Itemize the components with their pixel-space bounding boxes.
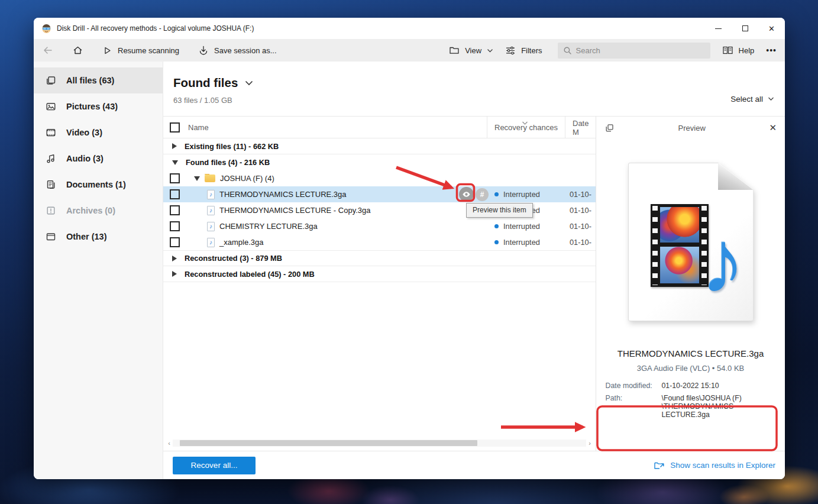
- sidebar-item-label: Documents (1): [66, 180, 126, 189]
- folder-icon: [205, 175, 215, 182]
- help-button[interactable]: Help: [722, 46, 755, 55]
- sort-indicator-icon: [522, 118, 528, 127]
- expand-arrow-icon[interactable]: [172, 256, 177, 261]
- show-in-explorer-link[interactable]: Show scan results in Explorer: [654, 461, 775, 470]
- scrollbar-track[interactable]: [173, 440, 586, 447]
- sidebar-item-documents[interactable]: Documents (1): [34, 172, 163, 198]
- status-label: Interrupted: [503, 222, 540, 231]
- audio-icon: [46, 153, 56, 164]
- preview-details: Date modified: 01-10-2022 15:10 Path: \F…: [606, 382, 776, 419]
- sidebar-item-video[interactable]: Video (3): [34, 119, 163, 146]
- save-session-button[interactable]: Save session as...: [198, 45, 277, 56]
- footer-bar: Recover all... Show scan results in Expl…: [163, 451, 785, 479]
- documents-icon: [46, 179, 56, 190]
- sidebar-item-all-files[interactable]: All files (63): [34, 67, 163, 93]
- app-window: Disk Drill - All recovery methods - Logi…: [34, 18, 785, 479]
- column-header-recovery[interactable]: Recovery chances: [487, 117, 565, 138]
- file-list: Name Recovery chances Date M Existing fi…: [163, 117, 596, 451]
- sidebar-item-pictures[interactable]: Pictures (43): [34, 93, 163, 119]
- select-all-label: Select all: [730, 95, 763, 104]
- scroll-right-icon[interactable]: ›: [586, 440, 593, 447]
- filters-button[interactable]: Filters: [505, 46, 542, 56]
- help-label: Help: [739, 46, 755, 55]
- explorer-folder-icon: [654, 461, 665, 470]
- row-checkbox[interactable]: [170, 173, 180, 183]
- table-header: Name Recovery chances Date M: [163, 117, 596, 138]
- expand-arrow-icon[interactable]: [172, 143, 177, 149]
- row-checkbox[interactable]: [170, 221, 180, 231]
- view-button[interactable]: View: [449, 46, 493, 55]
- date-modified-cell: 01-10-: [565, 222, 596, 231]
- save-session-icon: [198, 45, 209, 56]
- group-label: Found files (4) - 216 KB: [186, 158, 270, 167]
- maximize-button[interactable]: [732, 18, 758, 39]
- file-name: THERMODYNAMICS LECTURE.3ga: [219, 190, 347, 199]
- recover-all-button[interactable]: Recover all...: [173, 457, 256, 474]
- collapse-arrow-icon[interactable]: [194, 176, 200, 181]
- toolbar: Resume scanning Save session as... View: [34, 39, 785, 62]
- help-book-icon: [722, 46, 733, 55]
- scan-section-selector[interactable]: Found files: [173, 76, 785, 90]
- date-modified-cell: 01-10-: [565, 238, 596, 247]
- archives-icon: [46, 205, 56, 216]
- window-title: Disk Drill - All recovery methods - Logi…: [57, 24, 254, 33]
- group-row-reconstructed-labeled[interactable]: Reconstructed labeled (45) - 200 MB: [163, 266, 596, 282]
- search-icon: [563, 46, 572, 55]
- horizontal-scrollbar[interactable]: ‹ ›: [166, 440, 593, 447]
- play-icon: [102, 46, 112, 56]
- save-session-label: Save session as...: [214, 46, 277, 55]
- close-button[interactable]: ✕: [758, 18, 785, 39]
- file-preview-thumbnail: ♪: [628, 163, 754, 321]
- scroll-left-icon[interactable]: ‹: [166, 440, 173, 447]
- sidebar-item-label: All files (63): [66, 76, 114, 85]
- search-box[interactable]: [558, 43, 710, 59]
- sidebar-item-archives[interactable]: Archives (0): [34, 198, 163, 224]
- preview-item-button[interactable]: [459, 187, 474, 202]
- minimize-button[interactable]: [705, 18, 732, 39]
- date-modified-cell: 01-10-: [565, 206, 596, 215]
- group-row-existing-files[interactable]: Existing files (11) - 662 KB: [163, 138, 596, 154]
- sidebar-item-label: Audio (3): [66, 154, 104, 163]
- select-all-button[interactable]: Select all: [730, 95, 774, 104]
- file-name: CHEMISTRY LECTURE.3ga: [219, 222, 318, 231]
- search-input[interactable]: [576, 46, 705, 55]
- scrollbar-thumb[interactable]: [180, 440, 477, 446]
- disk-drill-app-icon: [41, 24, 51, 34]
- resume-scanning-button[interactable]: Resume scanning: [102, 46, 179, 56]
- path-value: \Found files\JOSHUA (F) \THERMODYNAMICS …: [662, 394, 776, 419]
- popout-preview-icon[interactable]: [604, 123, 615, 133]
- file-row-thermodynamics[interactable]: ♪ THERMODYNAMICS LECTURE.3ga Interrupted…: [163, 186, 596, 202]
- media-file-icon: ♪: [207, 190, 215, 199]
- more-options-button[interactable]: •••: [766, 46, 777, 55]
- sidebar-item-label: Other (13): [66, 232, 107, 241]
- folder-row-joshua[interactable]: JOSHUA (F) (4): [163, 170, 596, 186]
- row-checkbox[interactable]: [170, 205, 180, 215]
- sidebar-item-label: Archives (0): [66, 206, 115, 215]
- select-all-checkbox[interactable]: [170, 122, 180, 133]
- sidebar: All files (63) Pictures (43) Video (3) A…: [34, 62, 163, 479]
- column-header-name[interactable]: Name: [188, 123, 487, 132]
- maximize-icon: [742, 25, 748, 31]
- sidebar-item-other[interactable]: Other (13): [34, 224, 163, 250]
- file-count-summary: 63 files / 1.05 GB: [173, 96, 785, 105]
- row-checkbox[interactable]: [170, 237, 180, 247]
- media-file-icon: ♪: [207, 222, 215, 231]
- sidebar-item-label: Pictures (43): [66, 102, 118, 111]
- status-dot-icon: [494, 240, 499, 244]
- collapse-arrow-icon[interactable]: [172, 160, 178, 165]
- expand-arrow-icon[interactable]: [172, 271, 177, 277]
- hex-view-button[interactable]: #: [476, 188, 489, 201]
- group-row-found-files[interactable]: Found files (4) - 216 KB: [163, 154, 596, 170]
- title-bar: Disk Drill - All recovery methods - Logi…: [34, 18, 785, 39]
- file-row-chemistry[interactable]: ♪ CHEMISTRY LECTURE.3ga Interrupted 01-1…: [163, 218, 596, 234]
- column-header-date[interactable]: Date M: [565, 117, 596, 138]
- back-button[interactable]: [42, 45, 53, 56]
- file-name: _xample.3ga: [219, 238, 263, 247]
- close-preview-icon[interactable]: ✕: [769, 122, 777, 133]
- group-row-reconstructed[interactable]: Reconstructed (3) - 879 MB: [163, 250, 596, 266]
- desktop: { "window": { "title": "Disk Drill - All…: [0, 0, 818, 504]
- row-checkbox[interactable]: [170, 189, 180, 199]
- home-button[interactable]: [72, 45, 83, 56]
- sidebar-item-audio[interactable]: Audio (3): [34, 146, 163, 172]
- file-row-xample[interactable]: ♪ _xample.3ga Interrupted 01-10-: [163, 234, 596, 250]
